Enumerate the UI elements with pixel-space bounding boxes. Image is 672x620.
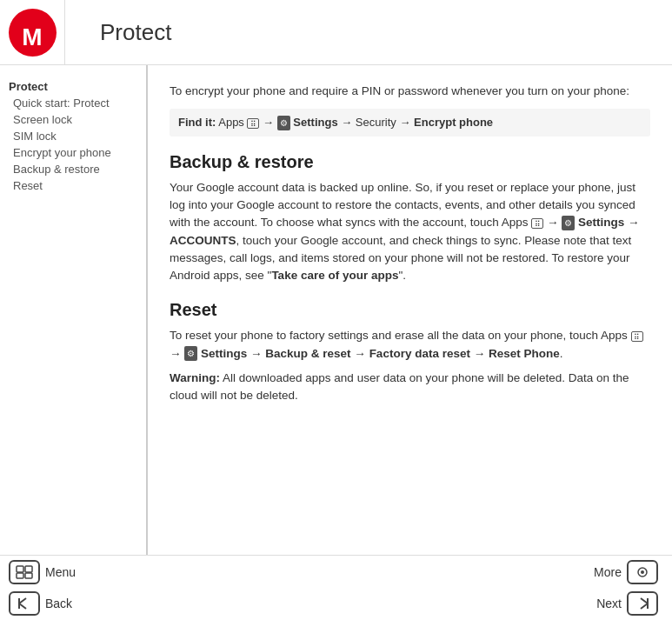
sidebar-item-screenlock[interactable]: Screen lock <box>4 111 142 128</box>
take-care-link[interactable]: Take care of your apps <box>271 269 398 282</box>
svg-point-6 <box>641 570 644 574</box>
sidebar-item-backup[interactable]: Backup & restore <box>4 161 142 177</box>
back-button[interactable]: Back <box>9 591 115 616</box>
back-icon <box>9 591 40 616</box>
sidebar-section-protect[interactable]: Protect <box>4 78 142 95</box>
next-label: Next <box>569 597 622 610</box>
menu-button[interactable]: Menu <box>9 560 115 584</box>
backup-para1: Your Google account data is backed up on… <box>170 179 650 285</box>
more-label: More <box>569 565 622 579</box>
svg-text:M: M <box>22 23 42 50</box>
menu-icon <box>9 560 40 584</box>
footer-row-top: Menu More <box>0 557 672 588</box>
find-it-box: Find it: Apps ⠿ → ⚙ Settings → Security … <box>170 109 650 137</box>
encrypt-intro-text: To encrypt your phone and require a PIN … <box>170 83 650 100</box>
svg-rect-2 <box>25 566 32 572</box>
backup-heading: Backup & restore <box>170 152 650 172</box>
sidebar-item-encrypt[interactable]: Encrypt your phone <box>4 144 142 161</box>
next-icon <box>627 591 658 616</box>
sidebar: Protect Quick start: Protect Screen lock… <box>0 65 148 555</box>
footer: Menu More Back Next <box>0 555 672 620</box>
sidebar-item-quickstart[interactable]: Quick start: Protect <box>4 95 142 111</box>
svg-rect-3 <box>17 573 23 578</box>
warning-label: Warning: <box>170 371 220 384</box>
motorola-m-icon: M <box>15 15 50 50</box>
more-icon <box>627 560 658 584</box>
svg-rect-1 <box>17 566 23 572</box>
more-button[interactable]: More <box>569 560 663 584</box>
footer-row-bottom: Back Next <box>0 588 672 619</box>
main-layout: Protect Quick start: Protect Screen lock… <box>0 65 672 555</box>
motorola-logo: M <box>9 9 57 57</box>
warning-para: Warning: All downloaded apps and user da… <box>170 370 650 405</box>
reset-para1: To reset your phone to factory settings … <box>170 327 650 363</box>
warning-text: All downloaded apps and user data on you… <box>170 371 629 402</box>
content-area: To encrypt your phone and require a PIN … <box>148 65 672 555</box>
find-it-label: Find it: <box>178 116 216 129</box>
svg-rect-4 <box>25 573 32 578</box>
page-title: Protect <box>100 19 171 46</box>
sidebar-item-simlock[interactable]: SIM lock <box>4 128 142 144</box>
header-logo: M <box>0 0 65 65</box>
find-it-path: Apps ⠿ → ⚙ Settings → Security → Encrypt… <box>218 116 493 129</box>
menu-label: Menu <box>45 565 115 579</box>
back-label: Back <box>45 597 115 610</box>
reset-heading: Reset <box>170 300 650 320</box>
next-button[interactable]: Next <box>569 591 663 616</box>
header: M Protect <box>0 0 672 65</box>
sidebar-item-reset[interactable]: Reset <box>4 177 142 194</box>
